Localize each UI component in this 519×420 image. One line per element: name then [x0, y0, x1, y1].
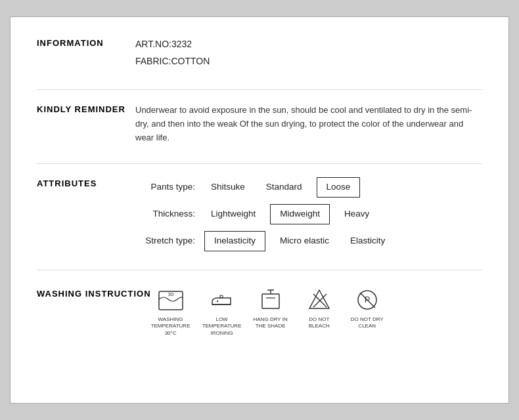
thickness-label: Thickness: [135, 207, 204, 222]
low-temp-iron-icon: · [208, 286, 236, 314]
fabric: FABRIC:COTTON [135, 54, 482, 70]
thickness-options: Lightweight Midweight Heavy [204, 204, 376, 224]
thickness-row: Thickness: Lightweight Midweight Heavy [135, 204, 482, 224]
hang-dry-label: HANG DRY INTHE SHADE [254, 316, 288, 330]
washing-section: WASHING INSTRUCTION 30 WASHINGTEMPERATUR… [37, 284, 482, 337]
reminder-content: Underwear to avoid exposure in the sun, … [135, 103, 482, 145]
reminder-text: Underwear to avoid exposure in the sun, … [135, 103, 482, 145]
svg-text:30: 30 [168, 291, 173, 297]
option-lightweight: Lightweight [204, 205, 262, 224]
pants-type-row: Pants type: Shitsuke Standard Loose [135, 177, 482, 198]
washing-label: WASHING INSTRUCTION [37, 284, 151, 299]
stretch-type-label: Stretch type: [135, 234, 204, 249]
no-dry-clean-item: P DO NOT DRYCLEAN [351, 286, 384, 330]
washing-content: 30 WASHINGTEMPERATURE 30°C · LOW TEMPERA… [151, 284, 482, 337]
stretch-type-options: Inelasticity Micro elastic Elasticity [204, 231, 392, 251]
no-bleach-icon [305, 286, 333, 314]
reminder-label: KINDLY REMINDER [37, 103, 135, 114]
option-heavy: Heavy [338, 205, 376, 224]
attributes-content: Pants type: Shitsuke Standard Loose Thic… [135, 177, 482, 251]
hang-dry-item: HANG DRY INTHE SHADE [254, 286, 288, 330]
attributes-table: Pants type: Shitsuke Standard Loose Thic… [135, 177, 482, 251]
option-midweight: Midweight [270, 204, 330, 224]
low-temp-iron-item: · LOW TEMPERATUREIRONING [202, 286, 242, 337]
hang-dry-icon [257, 286, 284, 314]
no-bleach-label: DO NOT BLEACH [300, 316, 339, 330]
divider-2 [37, 163, 482, 164]
wash-30-label: WASHINGTEMPERATURE 30°C [151, 316, 191, 337]
pants-type-options: Shitsuke Standard Loose [204, 177, 360, 198]
low-temp-iron-label: LOW TEMPERATUREIRONING [202, 316, 242, 337]
wash-30-item: 30 WASHINGTEMPERATURE 30°C [151, 286, 191, 337]
information-label: INFORMATION [37, 37, 135, 48]
information-content: ART.NO:3232 FABRIC:COTTON [135, 37, 482, 71]
stretch-type-row: Stretch type: Inelasticity Micro elastic… [135, 231, 482, 251]
washing-icons-row: 30 WASHINGTEMPERATURE 30°C · LOW TEMPERA… [151, 286, 482, 337]
information-section: INFORMATION ART.NO:3232 FABRIC:COTTON [37, 37, 482, 71]
divider-3 [37, 270, 482, 270]
attributes-label: ATTRIBUTES [37, 177, 135, 188]
attributes-section: ATTRIBUTES Pants type: Shitsuke Standard… [37, 177, 482, 251]
reminder-section: KINDLY REMINDER Underwear to avoid expos… [37, 103, 482, 145]
svg-rect-6 [262, 294, 279, 308]
no-bleach-item: DO NOT BLEACH [300, 286, 339, 330]
option-inelasticity: Inelasticity [204, 231, 265, 251]
option-loose: Loose [317, 177, 361, 198]
no-dry-clean-label: DO NOT DRYCLEAN [351, 316, 384, 330]
option-standard: Standard [260, 178, 309, 197]
option-shitsuke: Shitsuke [204, 178, 252, 197]
option-micro-elastic: Micro elastic [273, 232, 336, 251]
svg-point-4 [216, 301, 217, 302]
art-no: ART.NO:3232 [135, 37, 482, 52]
no-dry-clean-icon: P [353, 286, 381, 314]
product-info-card: INFORMATION ART.NO:3232 FABRIC:COTTON KI… [10, 16, 509, 404]
wash-30-icon: 30 [157, 286, 185, 314]
option-elasticity: Elasticity [344, 232, 392, 251]
divider-1 [37, 89, 482, 90]
pants-type-label: Pants type: [135, 180, 204, 195]
